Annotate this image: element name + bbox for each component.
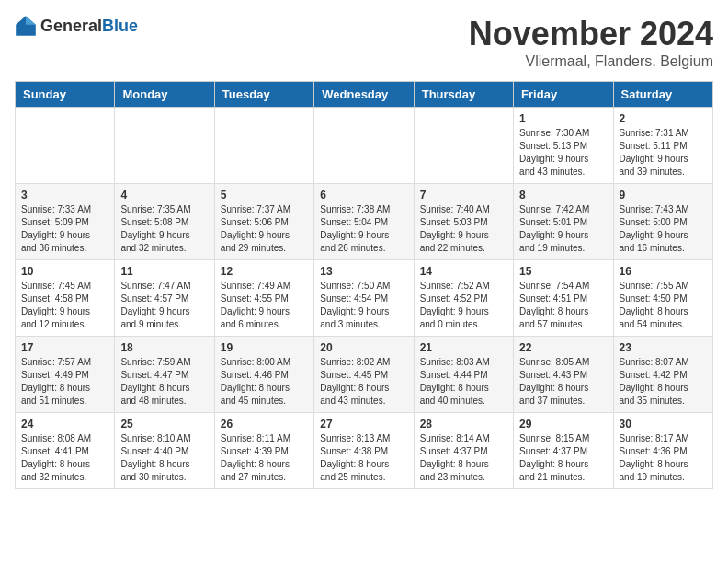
day-info: Sunrise: 7:54 AMSunset: 4:51 PMDaylight:… (519, 280, 607, 331)
day-info: Sunrise: 7:43 AMSunset: 5:00 PMDaylight:… (620, 203, 707, 255)
calendar-cell: 1Sunrise: 7:30 AMSunset: 5:13 PMDaylight… (514, 108, 613, 184)
calendar-cell: 23Sunrise: 8:07 AMSunset: 4:42 PMDayligh… (613, 337, 712, 413)
day-info: Sunrise: 7:31 AMSunset: 5:11 PMDaylight:… (620, 127, 707, 178)
calendar-cell: 5Sunrise: 7:37 AMSunset: 5:06 PMDaylight… (214, 184, 313, 260)
calendar-cell: 3Sunrise: 7:33 AMSunset: 5:09 PMDaylight… (16, 184, 115, 260)
calendar-cell (314, 108, 414, 184)
day-number: 4 (120, 189, 208, 201)
day-info: Sunrise: 7:30 AMSunset: 5:13 PMDaylight:… (519, 127, 607, 178)
day-number: 11 (120, 265, 208, 278)
calendar-cell: 4Sunrise: 7:35 AMSunset: 5:08 PMDaylight… (115, 184, 214, 260)
logo-text-blue: Blue (102, 17, 138, 35)
calendar-week-1: 1Sunrise: 7:30 AMSunset: 5:13 PMDaylight… (16, 108, 713, 184)
calendar-body: 1Sunrise: 7:30 AMSunset: 5:13 PMDaylight… (16, 108, 713, 489)
day-number: 18 (120, 341, 208, 354)
calendar-cell: 12Sunrise: 7:49 AMSunset: 4:55 PMDayligh… (214, 260, 313, 337)
day-number: 25 (120, 418, 208, 431)
day-number: 1 (519, 112, 607, 125)
day-info: Sunrise: 7:37 AMSunset: 5:06 PMDaylight:… (221, 203, 308, 255)
calendar-cell: 16Sunrise: 7:55 AMSunset: 4:50 PMDayligh… (613, 260, 712, 337)
day-number: 30 (620, 418, 707, 431)
calendar-cell: 30Sunrise: 8:17 AMSunset: 4:36 PMDayligh… (613, 413, 712, 489)
day-info: Sunrise: 7:49 AMSunset: 4:55 PMDaylight:… (221, 280, 308, 331)
calendar-cell: 7Sunrise: 7:40 AMSunset: 5:03 PMDaylight… (414, 184, 513, 260)
day-number: 27 (320, 418, 407, 431)
calendar-cell: 6Sunrise: 7:38 AMSunset: 5:04 PMDaylight… (314, 184, 414, 260)
calendar-header-thursday: Thursday (414, 82, 513, 108)
day-info: Sunrise: 8:11 AMSunset: 4:39 PMDaylight:… (221, 432, 308, 484)
day-number: 3 (21, 189, 108, 201)
day-number: 21 (420, 341, 507, 354)
day-info: Sunrise: 7:59 AMSunset: 4:47 PMDaylight:… (120, 356, 208, 408)
day-info: Sunrise: 7:40 AMSunset: 5:03 PMDaylight:… (420, 203, 507, 255)
day-number: 13 (320, 265, 407, 278)
calendar-cell (214, 108, 313, 184)
logo: GeneralBlue (15, 15, 138, 37)
day-info: Sunrise: 8:00 AMSunset: 4:46 PMDaylight:… (221, 356, 308, 408)
day-number: 14 (420, 265, 507, 278)
logo-icon (15, 15, 37, 37)
calendar-cell (115, 108, 214, 184)
calendar-cell: 24Sunrise: 8:08 AMSunset: 4:41 PMDayligh… (16, 413, 115, 489)
day-info: Sunrise: 7:45 AMSunset: 4:58 PMDaylight:… (21, 280, 108, 331)
day-number: 5 (221, 189, 308, 201)
day-number: 17 (21, 341, 108, 354)
calendar-cell: 17Sunrise: 7:57 AMSunset: 4:49 PMDayligh… (16, 337, 115, 413)
day-number: 16 (620, 265, 707, 278)
day-info: Sunrise: 7:47 AMSunset: 4:57 PMDaylight:… (120, 280, 208, 331)
calendar-cell: 22Sunrise: 8:05 AMSunset: 4:43 PMDayligh… (514, 337, 613, 413)
calendar-header-sunday: Sunday (16, 82, 115, 108)
calendar-header-friday: Friday (514, 82, 613, 108)
calendar-cell: 8Sunrise: 7:42 AMSunset: 5:01 PMDaylight… (514, 184, 613, 260)
day-info: Sunrise: 8:07 AMSunset: 4:42 PMDaylight:… (620, 356, 707, 408)
header: GeneralBlue November 2024 Vliermaal, Fla… (15, 15, 713, 70)
day-info: Sunrise: 8:02 AMSunset: 4:45 PMDaylight:… (320, 356, 407, 408)
calendar-cell: 27Sunrise: 8:13 AMSunset: 4:38 PMDayligh… (314, 413, 414, 489)
day-number: 28 (420, 418, 507, 431)
day-info: Sunrise: 8:03 AMSunset: 4:44 PMDaylight:… (420, 356, 507, 408)
day-number: 2 (620, 112, 707, 125)
day-info: Sunrise: 8:15 AMSunset: 4:37 PMDaylight:… (519, 432, 607, 484)
day-info: Sunrise: 7:35 AMSunset: 5:08 PMDaylight:… (120, 203, 208, 255)
day-info: Sunrise: 8:17 AMSunset: 4:36 PMDaylight:… (620, 432, 707, 484)
calendar-cell: 10Sunrise: 7:45 AMSunset: 4:58 PMDayligh… (16, 260, 115, 337)
day-info: Sunrise: 8:05 AMSunset: 4:43 PMDaylight:… (519, 356, 607, 408)
logo-text-general: General (40, 17, 102, 35)
calendar-cell: 15Sunrise: 7:54 AMSunset: 4:51 PMDayligh… (514, 260, 613, 337)
day-info: Sunrise: 7:50 AMSunset: 4:54 PMDaylight:… (320, 280, 407, 331)
calendar-week-2: 3Sunrise: 7:33 AMSunset: 5:09 PMDaylight… (16, 184, 713, 260)
day-number: 10 (21, 265, 108, 278)
title-area: November 2024 Vliermaal, Flanders, Belgi… (469, 15, 713, 70)
calendar-cell: 18Sunrise: 7:59 AMSunset: 4:47 PMDayligh… (115, 337, 214, 413)
day-number: 20 (320, 341, 407, 354)
calendar-cell: 14Sunrise: 7:52 AMSunset: 4:52 PMDayligh… (414, 260, 513, 337)
day-info: Sunrise: 7:33 AMSunset: 5:09 PMDaylight:… (21, 203, 108, 255)
calendar-cell: 20Sunrise: 8:02 AMSunset: 4:45 PMDayligh… (314, 337, 414, 413)
day-info: Sunrise: 8:13 AMSunset: 4:38 PMDaylight:… (320, 432, 407, 484)
calendar: SundayMondayTuesdayWednesdayThursdayFrid… (15, 81, 713, 489)
calendar-cell: 21Sunrise: 8:03 AMSunset: 4:44 PMDayligh… (414, 337, 513, 413)
day-number: 24 (21, 418, 108, 431)
day-number: 22 (519, 341, 607, 354)
calendar-header-saturday: Saturday (613, 82, 712, 108)
calendar-header-tuesday: Tuesday (214, 82, 313, 108)
day-info: Sunrise: 8:14 AMSunset: 4:37 PMDaylight:… (420, 432, 507, 484)
calendar-week-3: 10Sunrise: 7:45 AMSunset: 4:58 PMDayligh… (16, 260, 713, 337)
day-number: 29 (519, 418, 607, 431)
location-title: Vliermaal, Flanders, Belgium (469, 53, 713, 70)
calendar-cell: 29Sunrise: 8:15 AMSunset: 4:37 PMDayligh… (514, 413, 613, 489)
calendar-cell (16, 108, 115, 184)
calendar-cell (414, 108, 513, 184)
day-number: 15 (519, 265, 607, 278)
day-number: 26 (221, 418, 308, 431)
day-number: 23 (620, 341, 707, 354)
day-number: 9 (620, 189, 707, 201)
day-info: Sunrise: 7:55 AMSunset: 4:50 PMDaylight:… (620, 280, 707, 331)
day-number: 12 (221, 265, 308, 278)
day-info: Sunrise: 7:42 AMSunset: 5:01 PMDaylight:… (519, 203, 607, 255)
calendar-cell: 26Sunrise: 8:11 AMSunset: 4:39 PMDayligh… (214, 413, 313, 489)
day-info: Sunrise: 7:57 AMSunset: 4:49 PMDaylight:… (21, 356, 108, 408)
calendar-cell: 9Sunrise: 7:43 AMSunset: 5:00 PMDaylight… (613, 184, 712, 260)
calendar-header-monday: Monday (115, 82, 214, 108)
day-number: 7 (420, 189, 507, 201)
